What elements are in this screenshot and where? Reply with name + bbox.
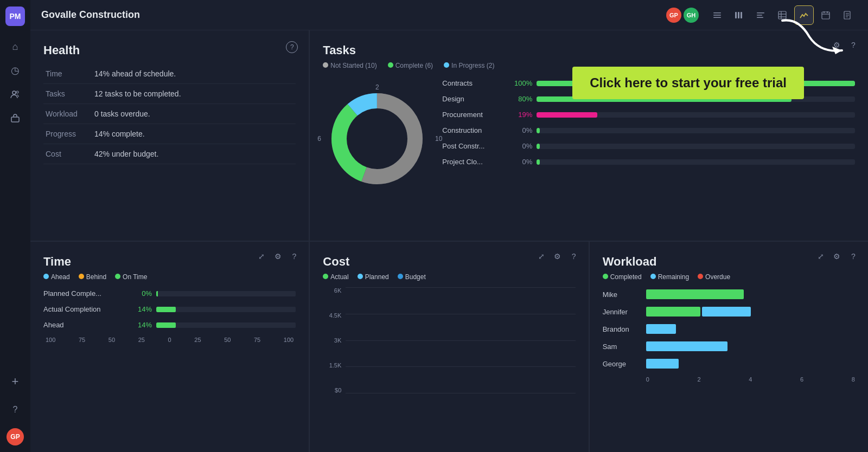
- workload-rows: Mike Jennifer Brandon: [603, 289, 855, 369]
- bar-label-post-constr: Post Constr...: [442, 142, 507, 150]
- legend-ahead: Ahead: [43, 273, 70, 281]
- health-label-tasks: Tasks: [43, 84, 92, 104]
- sidebar-help-button[interactable]: ?: [5, 400, 25, 419]
- bar-row-procurement: Procurement 19%: [442, 111, 855, 119]
- time-row-planned: Planned Comple... 0%: [43, 289, 296, 298]
- time-panel-icons: ⤢ ⚙ ?: [256, 250, 300, 262]
- workload-row-jennifer: Jennifer: [603, 307, 855, 317]
- time-label-planned: Planned Comple...: [43, 289, 130, 298]
- workload-panel: Workload ⤢ ⚙ ? Completed Remaining Overd…: [590, 242, 868, 452]
- bar-track-construction: [537, 128, 855, 133]
- cost-chart-area: [346, 287, 575, 406]
- health-row-progress: Progress 14% complete.: [43, 124, 296, 144]
- cost-chart: 6K4.5K3K1.5K$0: [323, 287, 575, 406]
- workload-bars-sam: [646, 341, 855, 351]
- workload-bars-brandon: [646, 324, 855, 334]
- time-label-actual: Actual Completion: [43, 305, 130, 313]
- workload-label-george: George: [603, 360, 646, 368]
- bar-label-construction: Construction: [442, 126, 507, 134]
- sidebar-item-home[interactable]: ⌂: [5, 37, 25, 56]
- cost-expand-icon[interactable]: ⤢: [535, 250, 547, 262]
- avatar-gh[interactable]: GH: [684, 8, 699, 23]
- health-row-workload: Workload 0 tasks overdue.: [43, 104, 296, 124]
- time-settings-icon[interactable]: ⚙: [272, 250, 284, 262]
- legend-complete: Complete (6): [388, 62, 433, 69]
- bar-pct-contracts: 100%: [512, 79, 532, 87]
- bar-label-project-clo: Project Clo...: [442, 158, 507, 166]
- workload-remaining-sam: [646, 341, 727, 351]
- bar-pct-construction: 0%: [512, 126, 532, 134]
- svg-rect-8: [741, 12, 742, 18]
- app-logo[interactable]: PM: [5, 7, 25, 26]
- workload-help-icon[interactable]: ?: [847, 250, 859, 262]
- svg-rect-7: [738, 12, 739, 18]
- nav-list-btn[interactable]: [707, 5, 727, 25]
- bar-track-project-clo: [537, 159, 855, 165]
- cost-panel-icons: ⤢ ⚙ ?: [535, 250, 580, 262]
- health-value-time: 14% ahead of schedule.: [92, 64, 296, 84]
- workload-label-jennifer: Jennifer: [603, 308, 646, 316]
- workload-label-brandon: Brandon: [603, 325, 646, 333]
- donut-chart: 6 2 10: [323, 85, 431, 193]
- health-value-tasks: 12 tasks to be completed.: [92, 84, 296, 104]
- time-expand-icon[interactable]: ⤢: [256, 250, 267, 262]
- workload-remaining-jennifer: [702, 307, 751, 317]
- svg-rect-4: [713, 15, 721, 16]
- time-pct-actual: 14%: [130, 305, 152, 313]
- workload-label-mike: Mike: [603, 290, 646, 299]
- workload-settings-icon[interactable]: ⚙: [831, 250, 843, 262]
- page-title: Govalle Construction: [41, 9, 140, 21]
- time-x-axis: 1007550250255075100: [43, 337, 296, 343]
- sidebar-item-portfolio[interactable]: [5, 108, 25, 128]
- health-value-progress: 14% complete.: [92, 124, 296, 144]
- time-panel: Time ⤢ ⚙ ? Ahead Behind On Time Planned …: [30, 242, 309, 452]
- svg-rect-3: [713, 12, 721, 14]
- svg-rect-9: [757, 12, 764, 14]
- workload-panel-icons: ⤢ ⚙ ?: [815, 250, 859, 262]
- legend-on-time: On Time: [115, 273, 147, 281]
- workload-expand-icon[interactable]: ⤢: [815, 250, 827, 262]
- workload-remaining-george: [646, 359, 679, 369]
- time-label-ahead: Ahead: [43, 321, 130, 329]
- workload-row-mike: Mike: [603, 289, 855, 299]
- bar-row-project-clo: Project Clo... 0%: [442, 158, 855, 166]
- svg-rect-5: [713, 17, 721, 18]
- health-label-time: Time: [43, 64, 92, 84]
- workload-completed-jennifer: [646, 307, 700, 317]
- legend-not-started: Not Started (10): [323, 62, 376, 69]
- workload-bars-george: [646, 359, 855, 369]
- time-help-icon[interactable]: ?: [288, 250, 300, 262]
- avatar-gp[interactable]: GP: [666, 8, 681, 23]
- svg-rect-6: [735, 12, 737, 18]
- time-row-actual: Actual Completion 14%: [43, 305, 296, 313]
- workload-completed-mike: [646, 289, 744, 299]
- time-bar-ahead: [156, 322, 296, 328]
- bar-pct-design: 80%: [512, 95, 532, 103]
- bar-row-post-constr: Post Constr... 0%: [442, 142, 855, 150]
- health-label-workload: Workload: [43, 104, 92, 124]
- sidebar-item-time[interactable]: ◷: [5, 61, 25, 80]
- svg-point-1: [16, 91, 18, 93]
- cost-y-axis: 6K4.5K3K1.5K$0: [323, 287, 346, 406]
- free-trial-banner[interactable]: Click here to start your free trial: [572, 67, 804, 99]
- cost-panel: Cost ⤢ ⚙ ? Actual Planned Budget 6K4.5K3…: [310, 242, 588, 452]
- sidebar-add-button[interactable]: +: [5, 372, 25, 391]
- health-value-workload: 0 tasks overdue.: [92, 104, 296, 124]
- user-avatar[interactable]: GP: [7, 428, 24, 445]
- sidebar: PM ⌂ ◷ + ? GP: [0, 0, 30, 452]
- cost-settings-icon[interactable]: ⚙: [552, 250, 564, 262]
- health-row-time: Time 14% ahead of schedule.: [43, 64, 296, 84]
- legend-budget: Budget: [398, 273, 426, 281]
- workload-bars-mike: [646, 289, 855, 299]
- cost-help-icon[interactable]: ?: [568, 250, 580, 262]
- workload-label-sam: Sam: [603, 343, 646, 351]
- legend-actual: Actual: [323, 273, 348, 281]
- legend-planned: Planned: [358, 273, 389, 281]
- sidebar-item-people[interactable]: [5, 85, 25, 104]
- time-rows: Planned Comple... 0% Actual Completion 1…: [43, 289, 296, 329]
- svg-point-0: [12, 91, 16, 94]
- health-panel: Health ? Time 14% ahead of schedule. Tas…: [30, 30, 309, 241]
- workload-row-george: George: [603, 359, 855, 369]
- health-help-icon[interactable]: ?: [286, 41, 298, 53]
- nav-gantt-btn[interactable]: [729, 5, 749, 25]
